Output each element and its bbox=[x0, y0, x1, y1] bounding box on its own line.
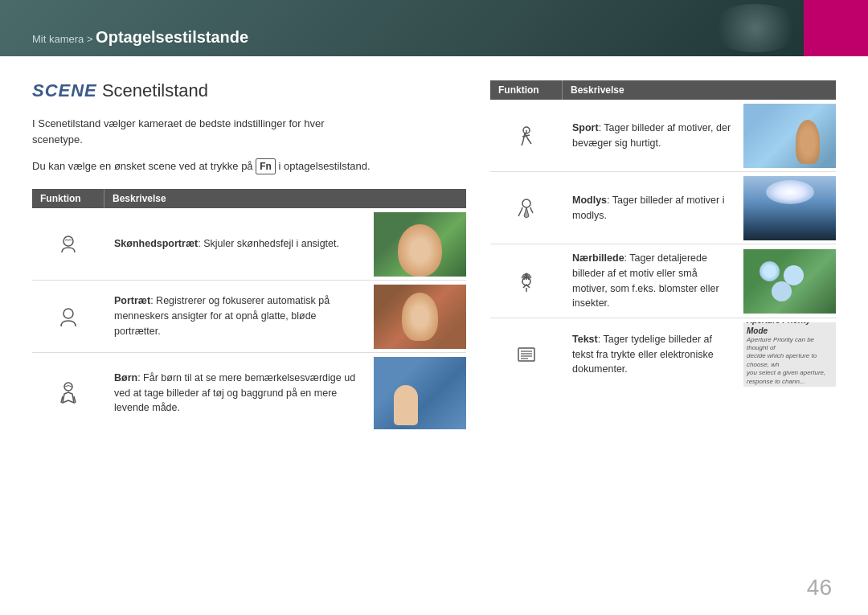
col-funktion-right: Funktion bbox=[490, 80, 563, 100]
table-row: Portræt: Registrerer og fokuserer automa… bbox=[32, 281, 466, 353]
backlight-photo bbox=[743, 176, 836, 240]
text-description: Tekst: Tager tydelige billeder af tekst … bbox=[563, 326, 743, 383]
table-row: Tekst: Tager tydelige billeder af tekst … bbox=[490, 318, 836, 391]
backlight-description: Modlys: Tager billeder af motiver i modl… bbox=[563, 187, 743, 230]
portrait-icon bbox=[32, 305, 104, 328]
table-row: Sport: Tager billeder af motiver, der be… bbox=[490, 100, 836, 172]
macro-icon bbox=[490, 270, 563, 293]
col-funktion-left: Funktion bbox=[32, 189, 104, 208]
right-table-header: Funktion Beskrivelse bbox=[490, 80, 836, 100]
portrait-description: Portræt: Registrerer og fokuserer automa… bbox=[104, 287, 374, 345]
text-mode-icon bbox=[490, 343, 563, 366]
children-icon bbox=[32, 380, 104, 406]
fn-paragraph: Du kan vælge en ønsket scene ved at tryk… bbox=[32, 158, 466, 174]
scene-keyword: SCENE bbox=[32, 80, 97, 100]
table-row: Børn: Får børn til at se mere bemærkelse… bbox=[32, 353, 466, 433]
aperture-priority-text: Aperture Priority Mode Aperture Priority… bbox=[743, 322, 836, 387]
beauty-photo bbox=[374, 212, 466, 277]
page-title: SCENE Scenetilstand bbox=[32, 80, 466, 101]
col-beskrivelse-left: Beskrivelse bbox=[104, 189, 466, 208]
backlight-icon bbox=[490, 197, 563, 219]
breadcrumb: Mit kamera > Optagelsestilstande bbox=[32, 28, 248, 47]
intro-paragraph: I Scenetilstand vælger kameraet de bedst… bbox=[32, 116, 466, 147]
svg-point-0 bbox=[63, 236, 73, 246]
text-photo: Aperture Priority Mode Aperture Priority… bbox=[743, 322, 836, 387]
col-beskrivelse-right: Beskrivelse bbox=[563, 80, 836, 100]
svg-rect-10 bbox=[518, 348, 534, 361]
sport-description: Sport: Tager billeder af motiver, der be… bbox=[563, 114, 743, 158]
page-header: Mit kamera > Optagelsestilstande bbox=[0, 0, 868, 56]
children-description: Børn: Får børn til at se mere bemærkelse… bbox=[104, 364, 374, 422]
sport-photo bbox=[743, 104, 836, 168]
beauty-description: Skønhedsportræt: Skjuler skønhedsfejl i … bbox=[104, 230, 374, 258]
svg-point-1 bbox=[63, 309, 73, 318]
table-row: Modlys: Tager billeder af motiver i modl… bbox=[490, 172, 836, 244]
children-photo bbox=[374, 357, 466, 429]
right-column: Funktion Beskrivelse Sport: Tager billed… bbox=[490, 80, 836, 599]
table-row: Nærbillede: Tager detaljerede billeder a… bbox=[490, 244, 836, 318]
fn-key: Fn bbox=[256, 158, 276, 174]
macro-description: Nærbillede: Tager detaljerede billeder a… bbox=[563, 244, 743, 318]
portrait-photo bbox=[374, 285, 466, 349]
title-rest: Scenetilstand bbox=[97, 80, 208, 100]
beauty-icon bbox=[32, 233, 104, 256]
left-table-header: Funktion Beskrivelse bbox=[32, 189, 466, 208]
left-column: SCENE Scenetilstand I Scenetilstand vælg… bbox=[32, 80, 466, 599]
sport-icon bbox=[490, 125, 563, 147]
page-number: 46 bbox=[807, 575, 832, 601]
main-content: SCENE Scenetilstand I Scenetilstand vælg… bbox=[0, 56, 868, 615]
macro-photo bbox=[743, 249, 836, 314]
table-row: Skønhedsportræt: Skjuler skønhedsfejl i … bbox=[32, 208, 466, 281]
